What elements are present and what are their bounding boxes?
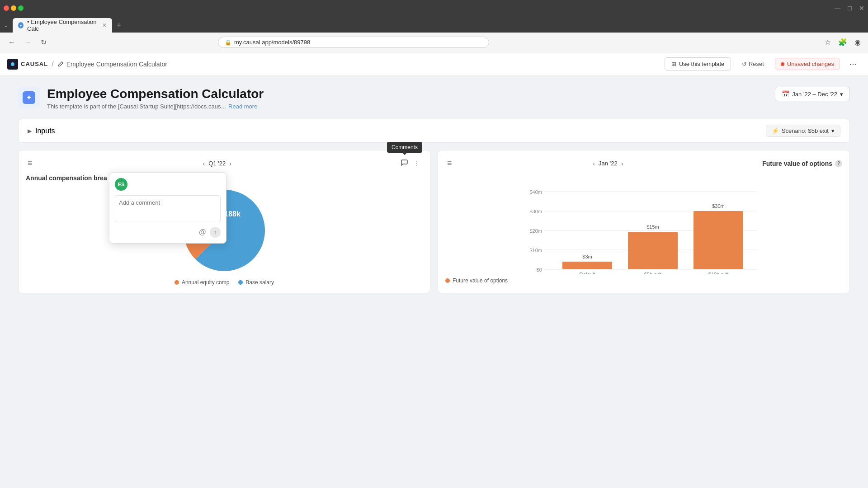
window-controls-right: — □ ✕ [835,5,864,12]
comment-input[interactable] [115,195,221,222]
pencil-icon [57,61,64,67]
bookmark-btn[interactable]: ☆ [823,36,833,48]
pie-chart-header: ≡ ‹ Q1 '22 › Comments [26,158,423,169]
reload-btn[interactable]: ↻ [38,36,49,48]
tab-label: • Employee Compensation Calc [27,19,99,32]
comments-tooltip: Comments [387,142,422,153]
unsaved-dot [781,62,784,66]
pie-chart-menu-btn[interactable]: ≡ [26,158,34,169]
bar-legend-label: Future value of options [453,277,508,284]
app-body: ✦ Employee Compensation Calculator This … [0,76,868,488]
bar-next-btn[interactable]: › [621,160,623,167]
chevron-down-icon: ▾ [840,91,843,98]
titlebar: — □ ✕ [0,0,868,16]
pie-chart-actions: Comments ⋮ [400,158,423,169]
bar-default-x: Default [580,272,595,274]
logo-icon [7,59,18,70]
logo-dot [11,62,14,66]
pie-chart-nav: ‹ Q1 '22 › [203,160,231,167]
bar-chart-header: ≡ ‹ Jan '22 › Future value of options ? [445,158,842,169]
scenario-icon: ⚡ [772,127,779,134]
model-info: Employee Compensation Calculator This te… [47,87,264,110]
nav-icons: ☆ 🧩 ◉ [823,36,863,48]
maximize-window-btn[interactable] [18,5,24,11]
tab-overflow-btn[interactable]: ⌄ [4,18,8,33]
browser-chrome: — □ ✕ ⌄ ● • Employee Compensation Calc ✕… [0,0,868,52]
equity-legend-label: Annual equity comp [182,279,229,286]
bar-default [562,262,612,269]
bar-chart-title: Future value of options [762,160,832,167]
reset-btn[interactable]: ↺ Reset [736,58,769,70]
new-tab-btn[interactable]: + [113,21,125,30]
chevron-down-icon: ▾ [831,127,835,134]
app-header: CAUSAL / Employee Compensation Calculato… [0,52,868,76]
back-btn[interactable]: ← [5,37,18,48]
tab-close-btn[interactable]: ✕ [102,22,107,28]
y-label-10m: $10m [529,248,542,253]
bar-prev-btn[interactable]: ‹ [593,160,595,167]
bar-default-label: $3m [582,254,592,259]
url-text: my.causal.app/models/89798 [234,39,310,46]
close-btn[interactable]: ✕ [859,5,864,12]
bar-5b [628,232,678,269]
inputs-label: Inputs [35,127,55,135]
salary-legend-dot [238,280,243,285]
y-label-20m: $20m [529,228,542,234]
salary-legend-item: Base salary [238,279,274,286]
bar-chart-svg: $0 $10m $20m $30m $40m $3m Default [445,174,842,274]
breadcrumb-separator: / [52,60,53,68]
bar-chart-title-area: Future value of options ? [762,160,842,167]
date-range-btn[interactable]: 📅 Jan '22 – Dec '22 ▾ [775,87,850,101]
pie-prev-btn[interactable]: ‹ [203,160,205,167]
address-bar[interactable]: 🔒 my.causal.app/models/89798 [218,37,489,48]
inputs-section[interactable]: ▶ Inputs ⚡ Scenario: $5b exit ▾ [18,119,850,143]
nav-bar: ← → ↻ 🔒 my.causal.app/models/89798 ☆ 🧩 ◉ [0,33,868,52]
model-subtitle: This template is part of the [Causal Sta… [47,103,264,110]
minimize-btn[interactable]: — [835,5,841,12]
bar-legend-item: Future value of options [445,277,508,284]
pie-more-btn[interactable]: ⋮ [411,159,423,168]
comment-icon [401,159,408,166]
bar-5b-label: $15m [646,224,659,230]
equity-legend-item: Annual equity comp [175,279,229,286]
read-more-link[interactable]: Read more [228,103,257,110]
at-mention-btn[interactable]: @ [199,228,206,236]
bar-chart-lines-btn[interactable]: ≡ [445,158,454,169]
bar-10b-label: $30m [712,203,725,209]
use-template-btn[interactable]: ⊞ Use this template [665,57,731,70]
forward-btn[interactable]: → [22,37,34,48]
y-label-0: $0 [537,267,542,272]
scenario-btn[interactable]: ⚡ Scenario: $5b exit ▾ [766,125,840,137]
close-window-btn[interactable] [4,5,9,11]
minimize-window-btn[interactable] [11,5,16,11]
extensions-btn[interactable]: 🧩 [836,36,849,48]
tab-bar: ⌄ ● • Employee Compensation Calc ✕ + [0,16,868,33]
pie-legend: Annual equity comp Base salary [26,279,423,286]
template-icon: ⊞ [671,61,676,67]
reset-icon: ↺ [742,61,747,67]
comment-header: ES [115,178,221,191]
comment-actions: @ ↑ [115,227,221,238]
header-actions: ⊞ Use this template ↺ Reset Unsaved chan… [665,57,861,71]
comment-area: Comments [400,158,409,169]
submit-comment-btn[interactable]: ↑ [210,227,221,238]
breadcrumb-page[interactable]: Employee Compensation Calculator [57,61,167,68]
y-label-40m: $40m [529,189,542,195]
bar-legend-dot [445,278,450,283]
pie-next-btn[interactable]: › [229,160,231,167]
salary-legend-label: Base salary [245,279,274,286]
model-icon-inner: ✦ [23,91,35,104]
bar-chart-container: $0 $10m $20m $30m $40m $3m Default [445,174,842,274]
tab-favicon: ● [18,22,24,28]
comment-icon-btn[interactable] [400,158,409,169]
model-icon: ✦ [18,87,40,108]
active-tab[interactable]: ● • Employee Compensation Calc ✕ [13,18,112,33]
pie-period: Q1 '22 [208,160,226,167]
bar-10b-x: $10b exit [708,272,729,274]
comment-popup: ES @ ↑ [109,172,226,244]
more-options-btn[interactable]: ⋯ [845,57,861,71]
profile-btn[interactable]: ◉ [853,36,863,48]
model-title: Employee Compensation Calculator [47,87,264,101]
help-icon[interactable]: ? [835,160,842,167]
restore-btn[interactable]: □ [848,5,852,12]
